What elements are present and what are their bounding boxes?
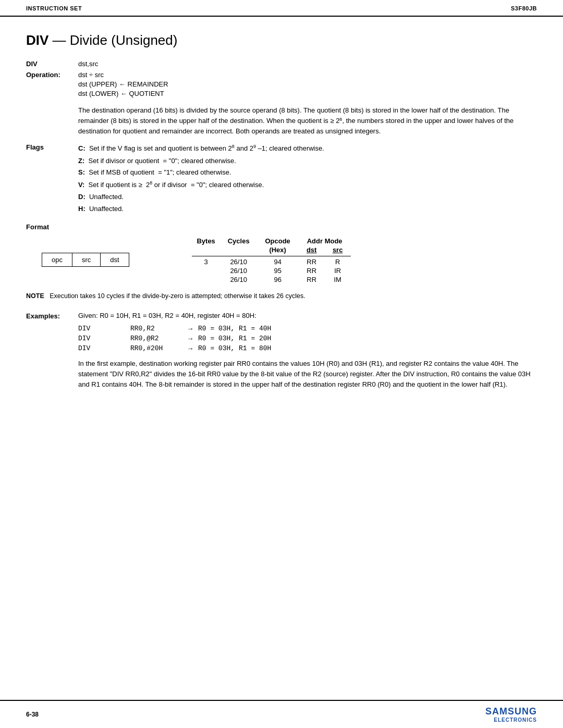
- ex3-args: RR0,#20H: [130, 344, 182, 352]
- row2-bytes: [192, 267, 221, 275]
- ex3-result: R0 = 03H, R1 = 80H: [198, 344, 271, 352]
- examples-given: Given: R0 = 10H, R1 = 03H, R2 = 40H, reg…: [78, 312, 537, 319]
- operation-row: Operation: dst ÷ src dst (UPPER) ← REMAI…: [26, 71, 537, 99]
- flags-section: Flags C: Set if the V flag is set and qu…: [26, 143, 537, 215]
- samsung-logo: SAMSUNG: [485, 706, 537, 717]
- row1-dst: RR: [299, 258, 325, 266]
- row2-cycles: 26/10: [221, 267, 257, 275]
- description-text: The destination operand (16 bits) is div…: [78, 105, 537, 137]
- row1-bytes: 3: [192, 258, 221, 266]
- format-body: opc src dst Bytes Cycles Opcode Addr Mod…: [42, 237, 537, 284]
- col-dst-sub: dst: [299, 246, 325, 254]
- flag-h: H: Unaffected.: [78, 204, 537, 215]
- note-label: NOTE: [26, 292, 44, 300]
- op-line-1: dst ÷ src: [78, 71, 537, 79]
- op-line-2: dst (UPPER) ← REMAINDER: [78, 80, 537, 88]
- ex2-result: R0 = 03H, R1 = 20H: [198, 335, 271, 342]
- note-text: Execution takes 10 cycles if the divide-…: [50, 292, 305, 300]
- ex2-cmd: DIV: [78, 335, 130, 342]
- title-rest: — Divide (Unsigned): [48, 32, 177, 48]
- example-row-3: DIV RR0,#20H → R0 = 03H, R1 = 80H: [78, 344, 537, 352]
- row2-src: IR: [325, 267, 351, 275]
- div-row: DIV dst,src: [26, 60, 537, 68]
- flag-v: V: Set if quotient is ≥ 28 or if divisor…: [78, 179, 537, 191]
- row3-src: IM: [325, 276, 351, 283]
- col-bytes-header: Bytes: [192, 237, 221, 245]
- row1-opcode: 94: [257, 258, 299, 266]
- page-title: DIV — Divide (Unsigned): [26, 32, 537, 48]
- flag-z: Z: Set if divisor or quotient = "0"; cle…: [78, 156, 537, 167]
- table-header-2: (Hex) dst src: [192, 246, 351, 256]
- box-src: src: [72, 253, 101, 266]
- operation-content: dst ÷ src dst (UPPER) ← REMAINDER dst (L…: [78, 71, 537, 99]
- ex3-arrow: →: [182, 344, 198, 352]
- div-operands: dst,src: [78, 60, 537, 68]
- ex1-arrow: →: [182, 325, 198, 332]
- table-row-3: 26/10 96 RR IM: [192, 275, 351, 284]
- flag-c: C: Set if the V flag is set and quotient…: [78, 143, 537, 154]
- table-row-2: 26/10 95 RR IR: [192, 266, 351, 275]
- row3-bytes: [192, 276, 221, 283]
- example-row-2: DIV RR0,@R2 → R0 = 03H, R1 = 20H: [78, 335, 537, 342]
- flags-label: Flags: [26, 143, 78, 215]
- format-section: Format opc src dst Bytes Cycles: [26, 223, 537, 284]
- row2-dst: RR: [299, 267, 325, 275]
- row2-opcode: 95: [257, 267, 299, 275]
- format-table: Bytes Cycles Opcode Addr Mode (Hex) dst …: [192, 237, 351, 284]
- ex2-args: RR0,@R2: [130, 335, 182, 342]
- flag-s: S: Set if MSB of quotient = "1"; cleared…: [78, 167, 537, 178]
- ex1-cmd: DIV: [78, 325, 130, 332]
- operation-label: Operation:: [26, 71, 78, 99]
- main-content: DIV — Divide (Unsigned) DIV dst,src Oper…: [0, 17, 563, 700]
- header-right: S3F80JB: [511, 5, 537, 11]
- col-addrmode-header: Addr Mode: [299, 237, 351, 245]
- instruction-box: opc src dst: [42, 253, 129, 267]
- samsung-electronics: ELECTRONICS: [494, 717, 537, 723]
- flag-d: D: Unaffected.: [78, 192, 537, 203]
- box-opc: opc: [42, 253, 72, 266]
- op-line-3: dst (LOWER) ← QUOTIENT: [78, 90, 537, 97]
- format-label: Format: [26, 223, 537, 231]
- row1-src: R: [325, 258, 351, 266]
- col-opcode-header: Opcode: [257, 237, 299, 245]
- title-div: DIV: [26, 32, 48, 48]
- page-footer: 6-38 SAMSUNG ELECTRONICS: [0, 700, 563, 728]
- col-cycles-sub: [221, 246, 257, 254]
- examples-paragraph: In the first example, destination workin…: [78, 359, 537, 390]
- examples-content: Given: R0 = 10H, R1 = 03H, R2 = 40H, reg…: [78, 312, 537, 390]
- note-section: NOTE Execution takes 10 cycles if the di…: [26, 291, 537, 301]
- examples-label: Examples:: [26, 312, 78, 320]
- ex1-args: RR0,R2: [130, 325, 182, 332]
- footer-page: 6-38: [26, 711, 39, 718]
- col-src-sub: src: [325, 246, 351, 254]
- page-header: INSTRUCTION SET S3F80JB: [0, 0, 563, 17]
- ex2-arrow: →: [182, 335, 198, 342]
- table-header-1: Bytes Cycles Opcode Addr Mode: [192, 237, 351, 246]
- header-left: INSTRUCTION SET: [26, 5, 82, 11]
- ex1-result: R0 = 03H, R1 = 40H: [198, 325, 271, 332]
- row3-cycles: 26/10: [221, 276, 257, 283]
- col-cycles-header: Cycles: [221, 237, 257, 245]
- col-bytes-sub: [192, 246, 221, 254]
- footer-logo-area: SAMSUNG ELECTRONICS: [485, 706, 537, 723]
- ex3-cmd: DIV: [78, 344, 130, 352]
- row3-dst: RR: [299, 276, 325, 283]
- row1-cycles: 26/10: [221, 258, 257, 266]
- div-label: DIV: [26, 60, 78, 68]
- flags-content: C: Set if the V flag is set and quotient…: [78, 143, 537, 215]
- examples-section: Examples: Given: R0 = 10H, R1 = 03H, R2 …: [26, 312, 537, 390]
- box-dst: dst: [101, 253, 128, 266]
- row3-opcode: 96: [257, 276, 299, 283]
- col-opcode-sub: (Hex): [257, 246, 299, 254]
- table-row-1: 3 26/10 94 RR R: [192, 257, 351, 266]
- example-row-1: DIV RR0,R2 → R0 = 03H, R1 = 40H: [78, 325, 537, 332]
